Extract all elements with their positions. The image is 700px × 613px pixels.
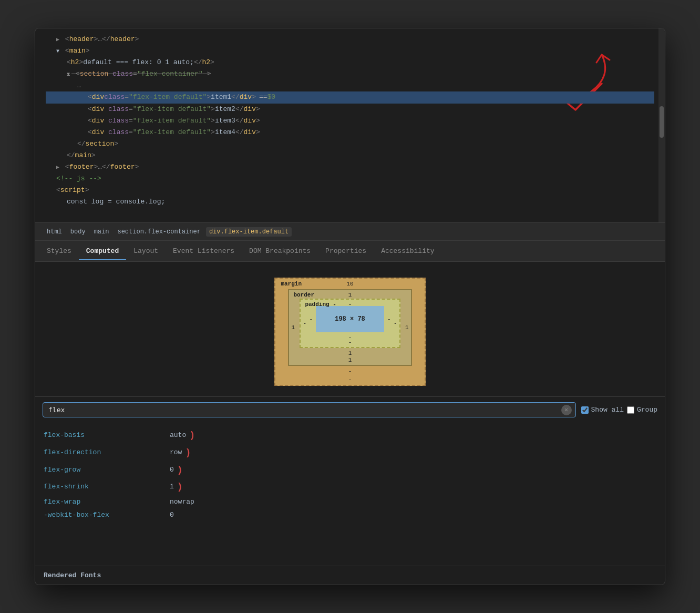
dom-line[interactable]: const log = console.log; (46, 196, 654, 208)
css-prop-value: 0 (170, 510, 174, 521)
breadcrumb: html body main section.flex-container di… (35, 223, 665, 241)
border-bottom-label: 1 (300, 350, 400, 356)
tab-styles[interactable]: Styles (39, 243, 79, 260)
css-prop-name: flex-basis (44, 430, 170, 441)
border-box: border 1 1 1 1 padding - - - - - (288, 289, 411, 366)
padding-right-val: - (387, 316, 391, 322)
triangle-icon: ▶ (56, 37, 59, 43)
dom-line[interactable]: </section> (46, 138, 654, 150)
tabs-bar: Styles Computed Layout Event Listeners D… (35, 241, 665, 262)
css-prop-value: auto ) (170, 428, 195, 443)
margin-val-top: 10 (346, 281, 353, 287)
dom-line[interactable]: ▼ <main> (46, 45, 654, 57)
dom-line[interactable]: ▶ <header>…</header> (46, 34, 654, 45)
padding-left-val: - (309, 316, 313, 322)
css-prop-value: 1 ) (170, 479, 183, 495)
padding-box: padding - - - - - - 198 × 78 - - (300, 299, 400, 348)
show-all-wrap: Show all Group (581, 406, 657, 414)
tab-event-listeners[interactable]: Event Listeners (166, 243, 242, 260)
css-prop-row: flex-wrap nowrap (44, 496, 656, 509)
content-box: 198 × 78 (316, 306, 384, 332)
border-val-top: 1 (348, 292, 352, 298)
border-val-bottom: 1 (348, 357, 352, 363)
search-input[interactable] (43, 402, 576, 417)
group-text: Group (637, 406, 657, 414)
css-prop-value: nowrap (170, 497, 194, 508)
tab-dom-breakpoints[interactable]: DOM Breakpoints (242, 243, 318, 260)
css-prop-value: row ) (170, 445, 191, 461)
rendered-fonts: Rendered Fonts (35, 566, 665, 585)
dom-line[interactable]: <div class="flex-item default">item3</di… (46, 115, 654, 127)
margin-label: margin (281, 281, 302, 287)
dom-line-selected[interactable]: <div class="flex-item default">item1</di… (46, 91, 654, 103)
search-bar: ✕ Show all Group (35, 396, 665, 423)
show-all-label[interactable]: Show all (581, 406, 624, 414)
margin-bottom-label: - (288, 368, 411, 374)
red-bracket-icon: ) (177, 479, 183, 495)
group-label[interactable]: Group (627, 406, 657, 414)
red-bracket-icon: ) (177, 463, 183, 478)
css-prop-value: 0 ) (170, 463, 183, 478)
triangle-icon: ▼ (56, 48, 59, 54)
breadcrumb-div[interactable]: div.flex-item.default (206, 227, 292, 237)
dom-scrollbar[interactable] (658, 28, 665, 222)
show-all-text: Show all (591, 406, 624, 414)
border-val-left: 1 (291, 324, 295, 331)
padding-val-bottom: - (348, 339, 352, 345)
dom-line[interactable]: … (46, 80, 654, 91)
breadcrumb-section[interactable]: section.flex-container (114, 227, 203, 237)
red-bracket-icon: ) (185, 445, 191, 461)
css-prop-row: flex-grow 0 ) (44, 462, 656, 479)
css-prop-row: flex-basis auto ) (44, 427, 656, 444)
css-prop-name: flex-wrap (44, 497, 170, 508)
box-model: margin 10 - border 1 1 1 1 padding - - (274, 278, 425, 386)
dom-line[interactable]: ▼ <section class="flex-container" > (46, 68, 654, 80)
dom-line[interactable]: <div class="flex-item default">item4</di… (46, 127, 654, 138)
search-input-wrap: ✕ (43, 402, 576, 417)
content-row: - 198 × 78 - (309, 306, 390, 332)
dom-content: ▶ <header>…</header> ▼ <main> <h2>defaul… (35, 28, 665, 213)
dom-line[interactable]: ▶ <footer>…</footer> (46, 161, 654, 173)
css-prop-name: flex-grow (44, 465, 170, 476)
css-prop-name: -webkit-box-flex (44, 510, 170, 521)
css-prop-row: -webkit-box-flex 0 (44, 509, 656, 522)
padding-val-right: - (394, 320, 397, 326)
red-bracket-icon: ) (189, 428, 195, 443)
search-clear-button[interactable]: ✕ (561, 405, 572, 415)
breadcrumb-body[interactable]: body (67, 227, 89, 237)
dom-line[interactable]: </main> (46, 150, 654, 161)
tab-accessibility[interactable]: Accessibility (374, 243, 441, 260)
breadcrumb-main[interactable]: main (91, 227, 112, 237)
dom-panel: ▶ <header>…</header> ▼ <main> <h2>defaul… (35, 28, 665, 223)
margin-box: margin 10 - border 1 1 1 1 padding - - (274, 278, 425, 386)
triangle-icon: ▼ (67, 71, 70, 77)
dom-line[interactable]: <script> (46, 185, 654, 196)
css-prop-row: flex-shrink 1 ) (44, 478, 656, 496)
dom-line[interactable]: <div class="flex-item default">item2</di… (46, 104, 654, 115)
breadcrumb-html[interactable]: html (44, 227, 65, 237)
tab-computed[interactable]: Computed (79, 243, 126, 260)
show-all-checkbox[interactable] (581, 406, 589, 414)
tab-properties[interactable]: Properties (318, 243, 374, 260)
tab-layout[interactable]: Layout (126, 243, 166, 260)
computed-panel: margin 10 - border 1 1 1 1 padding - - (35, 262, 665, 585)
margin-val-bottom: - (348, 376, 352, 383)
css-prop-name: flex-direction (44, 447, 170, 458)
dom-line[interactable]: <h2>default === flex: 0 1 auto;</h2> (46, 57, 654, 68)
dom-scrollbar-thumb[interactable] (660, 106, 664, 138)
padding-val-top: - (348, 301, 352, 308)
border-val-right: 1 (405, 324, 409, 331)
border-label: border (293, 292, 314, 298)
group-checkbox[interactable] (627, 406, 634, 414)
css-props-list: flex-basis auto ) flex-direction row ) f… (35, 423, 665, 566)
triangle-icon: ▶ (56, 165, 59, 170)
padding-label: padding - (305, 301, 336, 308)
css-prop-row: flex-direction row ) (44, 444, 656, 462)
css-prop-name: flex-shrink (44, 482, 170, 493)
devtools-window: ▶ <header>…</header> ▼ <main> <h2>defaul… (35, 28, 665, 585)
dom-line[interactable]: <!-- js --> (46, 173, 654, 185)
box-model-container: margin 10 - border 1 1 1 1 padding - - (35, 262, 665, 396)
padding-val-left: - (303, 320, 306, 326)
